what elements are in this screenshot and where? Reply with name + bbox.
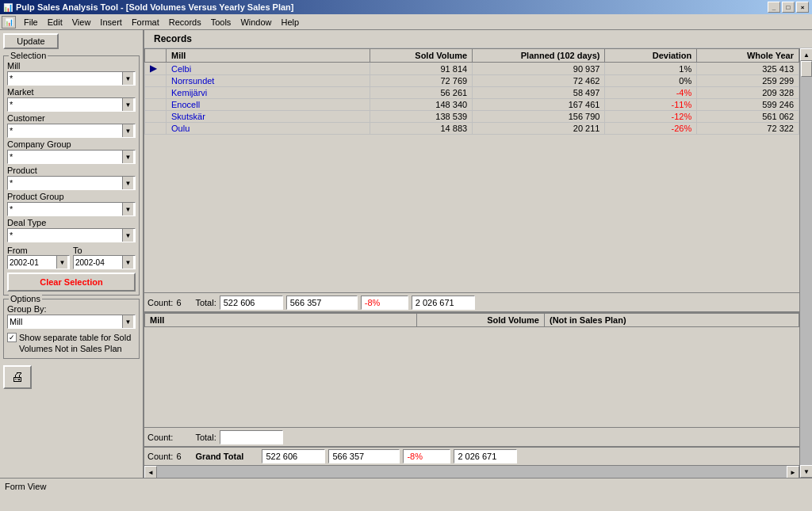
right-panel: Records Mill Sold Volume Pla [144,30,812,478]
menu-insert[interactable]: Insert [95,16,127,29]
bottom-table-scroll[interactable]: Mill Sold Volume (Not in Sales Plan) [144,313,799,427]
col-mill-b: Mill [145,314,417,327]
from-dropdown[interactable]: 2002-01 ▼ [7,255,70,269]
row-mill[interactable]: Enocell [167,99,370,111]
clear-selection-button[interactable]: Clear Selection [7,273,136,292]
grand-total-row: Count: 6 Grand Total 522 606 566 357 -8%… [144,446,799,465]
menu-help[interactable]: Help [277,16,304,29]
show-separate-checkbox[interactable]: ✓ [7,333,17,342]
update-button[interactable]: Update [3,33,59,49]
deal-type-label: Deal Type [7,218,136,227]
row-arrow [145,75,167,87]
product-group-arrow-icon[interactable]: ▼ [122,203,133,215]
status-text: Form View [5,482,46,491]
from-to-row: From 2002-01 ▼ To 2002-04 ▼ [7,244,136,269]
product-dropdown[interactable]: * ▼ [7,176,136,190]
product-group-value: * [10,204,122,214]
row-mill[interactable]: Norrsundet [167,75,370,87]
sold-volume-total: 522 606 [220,296,283,310]
row-deviation: -4% [605,87,697,99]
v-scroll-thumb[interactable] [801,61,812,77]
h-scrollbar[interactable]: ◄ ► [144,465,799,478]
product-group-dropdown[interactable]: * ▼ [7,202,136,216]
to-arrow-icon[interactable]: ▼ [122,256,133,269]
restore-button[interactable]: □ [782,2,795,13]
row-planned: 156 790 [473,111,605,123]
row-planned: 58 497 [473,87,605,99]
table-row[interactable]: Kemijärvi56 26158 497-4%209 328 [145,87,799,99]
gt-sold-volume: 522 606 [262,449,325,463]
company-group-dropdown[interactable]: * ▼ [7,150,136,164]
row-arrow [145,123,167,135]
v-scrollbar[interactable]: ▲ ▼ [799,48,812,478]
scroll-up-button[interactable]: ▲ [800,48,812,61]
deal-type-arrow-icon[interactable]: ▼ [122,229,133,242]
row-arrow [145,87,167,99]
table-row[interactable]: Oulu14 88320 211-26%72 322 [145,123,799,135]
scroll-left-button[interactable]: ◄ [144,466,157,478]
h-scroll-track[interactable] [157,466,787,478]
col-whole-year: Whole Year [697,49,799,63]
print-button[interactable]: 🖨 [3,365,32,389]
row-mill[interactable]: Skutskär [167,111,370,123]
row-sold-volume: 138 539 [370,111,473,123]
records-bar: Records [144,30,812,48]
group-by-arrow-icon[interactable]: ▼ [122,315,133,328]
whole-year-total: 2 026 671 [412,296,475,310]
scroll-down-button[interactable]: ▼ [800,465,812,478]
app-menu-icon[interactable]: 📊 [2,16,16,29]
close-button[interactable]: × [796,2,809,13]
menu-records[interactable]: Records [164,16,206,29]
customer-dropdown[interactable]: * ▼ [7,124,136,138]
product-arrow-icon[interactable]: ▼ [122,177,133,189]
row-planned: 72 462 [473,75,605,87]
selection-group: Selection Mill * ▼ Market * ▼ Customer *… [3,55,140,296]
minimize-button[interactable]: _ [768,2,780,13]
menu-file[interactable]: File [19,16,43,29]
market-arrow-icon[interactable]: ▼ [122,98,133,111]
menu-bar: 📊 File Edit View Insert Format Records T… [0,14,812,30]
print-icon: 🖨 [11,370,24,384]
company-group-arrow-icon[interactable]: ▼ [122,151,133,163]
deal-type-dropdown[interactable]: * ▼ [7,228,136,242]
row-whole-year: 72 322 [697,123,799,135]
data-area: Mill Sold Volume Planned (102 days) Devi… [144,48,812,478]
company-group-value: * [10,152,122,162]
table-row[interactable]: Enocell148 340167 461-11%599 246 [145,99,799,111]
row-mill[interactable]: Celbi [167,63,370,75]
table-row[interactable]: ▶Celbi91 81490 9371%325 413 [145,63,799,75]
row-deviation: -26% [605,123,697,135]
to-col: To 2002-04 ▼ [73,244,136,269]
menu-format[interactable]: Format [127,16,164,29]
menu-view[interactable]: View [67,16,96,29]
company-group-label: Company Group [7,139,136,149]
table-row[interactable]: Skutskär138 539156 790-12%561 062 [145,111,799,123]
market-dropdown[interactable]: * ▼ [7,97,136,112]
gt-whole-year: 2 026 671 [454,449,517,463]
row-mill[interactable]: Kemijärvi [167,87,370,99]
row-whole-year: 325 413 [697,63,799,75]
menu-window[interactable]: Window [236,16,276,29]
row-planned: 20 211 [473,123,605,135]
grand-total-label: Grand Total [195,452,259,461]
selection-label: Selection [9,51,48,60]
mill-dropdown[interactable]: * ▼ [7,71,136,86]
row-sold-volume: 148 340 [370,99,473,111]
from-arrow-icon[interactable]: ▼ [56,256,67,269]
row-mill[interactable]: Oulu [167,123,370,135]
customer-arrow-icon[interactable]: ▼ [122,124,133,137]
scroll-right-button[interactable]: ► [787,466,799,478]
col-sold-volume: Sold Volume [370,49,473,63]
menu-edit[interactable]: Edit [43,16,67,29]
v-scroll-track[interactable] [800,61,812,465]
from-col: From 2002-01 ▼ [7,244,70,269]
top-table-scroll[interactable]: Mill Sold Volume Planned (102 days) Devi… [144,48,799,292]
deal-type-value: * [10,231,122,240]
menu-tools[interactable]: Tools [206,16,236,29]
row-planned: 167 461 [473,99,605,111]
table-row[interactable]: Norrsundet72 76972 4620%259 299 [145,75,799,87]
group-by-dropdown[interactable]: Mill ▼ [7,315,136,329]
to-dropdown[interactable]: 2002-04 ▼ [73,255,136,269]
mill-arrow-icon[interactable]: ▼ [122,72,133,85]
col-planned: Planned (102 days) [473,49,605,63]
